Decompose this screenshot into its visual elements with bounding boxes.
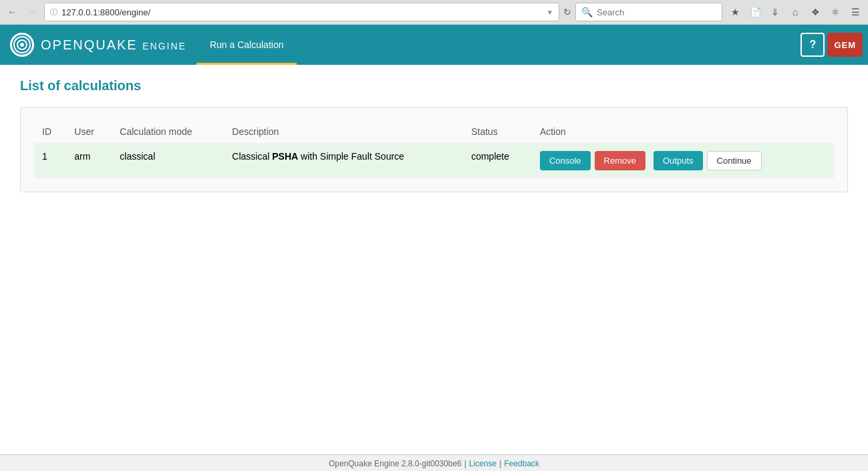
search-input[interactable]: [597, 7, 716, 17]
reload-button[interactable]: ↻: [563, 7, 571, 17]
main-content: List of calculations ID User Calculation…: [0, 65, 868, 454]
remove-button[interactable]: Remove: [595, 151, 645, 170]
reading-list-button[interactable]: 📄: [746, 3, 764, 21]
footer-sep1: |: [464, 459, 466, 468]
dropdown-icon: ▼: [547, 9, 553, 16]
footer-sep2: |: [499, 459, 501, 468]
footer-text: OpenQuake Engine 2.8.0-git0030be6: [329, 459, 462, 468]
cell-actions: Console Remove Outputs Continue: [532, 143, 834, 179]
outputs-button[interactable]: Outputs: [654, 151, 703, 170]
cell-user: arm: [66, 143, 112, 179]
shield-button[interactable]: ❖: [807, 3, 824, 21]
url-text: 127.0.0.1:8800/engine/: [61, 7, 543, 17]
home-button[interactable]: ⌂: [786, 3, 804, 21]
nav-menu: Run a Calculation: [196, 25, 801, 65]
toolbar-icons: ★ 📄 ⇓ ⌂ ❖ ⚛ ☰: [726, 3, 864, 21]
logo-engine: ENGINE: [142, 41, 186, 51]
app-header: OPENQUAKE ENGINE Run a Calculation ? GEM: [0, 25, 868, 65]
address-bar[interactable]: ⓘ 127.0.0.1:8800/engine/ ▼: [44, 3, 559, 21]
logo-quake: QUAKE: [84, 37, 138, 52]
app-logo: OPENQUAKE ENGINE: [0, 25, 196, 65]
back-button[interactable]: ←: [4, 4, 20, 20]
menu-button[interactable]: ☰: [847, 3, 864, 21]
cell-status: complete: [463, 143, 532, 179]
help-button[interactable]: ?: [801, 33, 825, 57]
table-row: 1 arm classical Classical PSHA with Simp…: [34, 143, 834, 179]
col-header-mode: Calculation mode: [112, 121, 224, 143]
col-header-id: ID: [34, 121, 66, 143]
gem-logo: GEM: [827, 33, 863, 57]
cell-id: 1: [34, 143, 66, 179]
info-icon: ⓘ: [50, 7, 57, 17]
forward-button[interactable]: →: [24, 4, 40, 20]
table-header-row: ID User Calculation mode Description Sta…: [34, 121, 834, 143]
continue-button[interactable]: Continue: [707, 151, 762, 170]
search-bar[interactable]: 🔍: [575, 3, 722, 21]
page-title: List of calculations: [20, 78, 848, 94]
logo-icon: [10, 33, 34, 57]
feedback-link[interactable]: Feedback: [504, 459, 539, 468]
logo-text: OPENQUAKE ENGINE: [41, 37, 186, 53]
search-icon: 🔍: [581, 7, 593, 17]
download-button[interactable]: ⇓: [766, 3, 784, 21]
col-header-status: Status: [463, 121, 532, 143]
console-button[interactable]: Console: [540, 151, 591, 170]
browser-toolbar: ← → ⓘ 127.0.0.1:8800/engine/ ▼ ↻ 🔍 ★ 📄 ⇓…: [0, 0, 868, 24]
col-header-user: User: [66, 121, 112, 143]
cell-mode: classical: [112, 143, 224, 179]
logo-open: OPEN: [41, 37, 84, 52]
bookmark-star-button[interactable]: ★: [726, 3, 744, 21]
cell-description: Classical PSHA with Simple Fault Source: [224, 143, 463, 179]
nav-item-run-calculation[interactable]: Run a Calculation: [196, 25, 297, 65]
calculations-table-container: ID User Calculation mode Description Sta…: [20, 107, 848, 192]
browser-chrome: ← → ⓘ 127.0.0.1:8800/engine/ ▼ ↻ 🔍 ★ 📄 ⇓…: [0, 0, 868, 25]
col-header-description: Description: [224, 121, 463, 143]
license-link[interactable]: License: [469, 459, 496, 468]
action-buttons: Console Remove Outputs Continue: [540, 151, 826, 170]
header-right: ? GEM: [801, 25, 868, 65]
extensions-button[interactable]: ⚛: [827, 3, 844, 21]
footer: OpenQuake Engine 2.8.0-git0030be6 | Lice…: [0, 454, 868, 471]
col-header-action: Action: [532, 121, 834, 143]
calculations-table: ID User Calculation mode Description Sta…: [34, 121, 834, 178]
svg-point-2: [20, 43, 24, 47]
